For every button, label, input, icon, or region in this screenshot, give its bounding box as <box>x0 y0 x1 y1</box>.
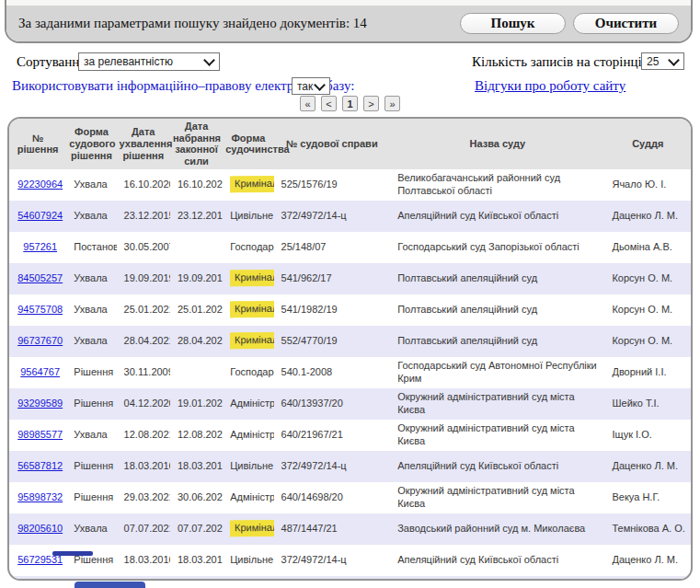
decision-link[interactable]: 98205610 <box>17 523 63 534</box>
decision-form-cell: Ухвала <box>66 201 116 232</box>
pagination-page-1[interactable]: 1 <box>342 96 358 111</box>
highlight-marker: Кримінальне <box>230 270 273 287</box>
decision-link[interactable]: 94575708 <box>17 304 63 315</box>
proceeding-form-cell: Кримінальне <box>223 576 273 581</box>
search-button[interactable]: Пошук <box>460 13 566 34</box>
results-table: № рішенняФорма судового рішенняДата ухва… <box>9 119 691 581</box>
decision-link[interactable]: 98985577 <box>17 429 63 440</box>
action-buttons: Пошук Очистити <box>460 13 679 34</box>
proceeding-form-cell: Адміністративне <box>223 420 273 451</box>
proceeding-form-cell: Адміністративне <box>223 482 273 513</box>
decision-link[interactable]: 92230964 <box>17 179 63 190</box>
case-number-cell: 487/1447/21 <box>274 513 391 545</box>
date-adopted-cell: 28.04.2021 <box>117 326 170 357</box>
column-header: Назва суду <box>390 119 604 169</box>
page-size-label: Кількість записів на сторінці: <box>472 54 646 70</box>
proceeding-form-cell: Господарське <box>223 357 273 388</box>
court-name-cell: Окружний адміністративний суд міста Києв… <box>390 420 604 451</box>
case-number-cell: 25/148/07 <box>274 232 391 263</box>
judge-cell: Даценко Л. М. <box>604 201 691 232</box>
judge-cell: Юрдига Ольга Степанівна <box>604 576 691 581</box>
case-number-cell: 525/1576/19 <box>274 169 391 201</box>
decision-form-cell: Ухвала <box>66 169 116 201</box>
table-row: 84505257Ухвала19.09.201919.09.2019Кримін… <box>9 263 691 294</box>
decision-number-cell: 9564767 <box>9 357 66 388</box>
date-effective-cell: 07.07.2021 <box>170 513 223 545</box>
chevron-down-icon <box>203 54 215 66</box>
court-name-cell: Київський апеляційний суд <box>390 576 604 581</box>
proceeding-form-cell: Господарське <box>223 232 273 263</box>
judge-cell: Шейко Т.І. <box>604 388 691 420</box>
legal-base-select[interactable]: так <box>292 77 330 95</box>
case-number-cell: 372/4972/14-ц <box>274 201 391 232</box>
table-row: 54607924Ухвала23.12.201523.12.2015Цивіль… <box>9 201 691 232</box>
column-header: Форма судочинства <box>223 119 273 169</box>
proceeding-form-cell: Кримінальне <box>223 263 273 294</box>
table-row: 957261Постанова30.05.2007Господарське25/… <box>9 232 691 263</box>
date-effective-cell <box>170 232 223 263</box>
case-number-cell: 541/962/17 <box>274 263 391 294</box>
highlight-marker: Кримінальне <box>230 301 273 318</box>
pagination: « < 1 > » <box>0 96 700 111</box>
court-name-cell: Полтавський апеляційний суд <box>390 263 604 294</box>
decision-form-cell: Ухвала <box>66 263 116 294</box>
highlight-marker: Кримінальне <box>230 176 273 193</box>
date-adopted-cell: 29.03.2021 <box>117 482 170 513</box>
judge-cell: Корсун О. М. <box>604 294 691 326</box>
table-header-row: № рішенняФорма судового рішенняДата ухва… <box>9 119 691 169</box>
case-number-cell: 541/1982/19 <box>274 294 391 326</box>
pagination-first-button[interactable]: « <box>300 96 316 111</box>
decision-number-cell: 81950013 <box>9 576 66 581</box>
decision-link[interactable]: 54607924 <box>17 210 63 221</box>
date-effective-cell: 15.05.2019 <box>170 576 223 581</box>
date-effective-cell: 19.01.2021 <box>170 388 223 420</box>
decision-link[interactable]: 96737670 <box>17 335 63 346</box>
date-adopted-cell: 18.03.2016 <box>117 545 170 576</box>
page-size-select[interactable]: 25 <box>641 52 684 70</box>
court-name-cell: Апеляційний суд Київської області <box>390 545 604 576</box>
proceeding-form-cell: Цивільне <box>223 451 273 482</box>
table-row: 56729531Рішення18.03.201618.03.2016Цивіл… <box>9 545 691 576</box>
feedback-link[interactable]: Відгуки про роботу сайту <box>475 78 625 94</box>
column-header: Суддя <box>604 119 691 169</box>
table-row: 94575708Ухвала25.01.202125.01.2021Кримін… <box>9 294 691 326</box>
decision-link[interactable]: 84505257 <box>17 272 63 283</box>
decision-link[interactable]: 95898732 <box>17 491 63 502</box>
pagination-next-button[interactable]: > <box>363 96 379 111</box>
results-bar: За заданими параметрами пошуку знайдено … <box>6 6 691 41</box>
decision-link[interactable]: 9564767 <box>20 366 60 377</box>
column-header: № рішення <box>9 119 66 169</box>
chevron-down-icon <box>668 54 680 66</box>
court-name-cell: Полтавський апеляційний суд <box>390 326 604 357</box>
judge-cell: Даценко Л. М. <box>604 451 691 482</box>
proceeding-form-cell: Кримінальне <box>223 326 273 357</box>
judge-cell: Корсун О. М. <box>604 263 691 294</box>
date-effective-cell: 18.03.2016 <box>170 451 223 482</box>
decision-link[interactable]: 957261 <box>23 241 57 252</box>
court-name-cell: Окружний адміністративний суд міста Києв… <box>390 388 604 420</box>
judge-cell: Векуа Н.Г. <box>604 482 691 513</box>
date-adopted-cell: 04.12.2020 <box>117 388 170 420</box>
decision-number-cell: 98985577 <box>9 420 66 451</box>
chevron-down-icon <box>314 79 326 91</box>
case-number-cell: 640/21967/21 <box>274 420 391 451</box>
judge-cell: Темнікова А. О. <box>604 513 691 545</box>
pagination-last-button[interactable]: » <box>384 96 400 111</box>
decision-form-cell: Рішення <box>66 482 116 513</box>
decision-form-cell: Ухвала <box>66 420 116 451</box>
decision-form-cell: Ухвала <box>66 294 116 326</box>
table-row: 93299589Рішення04.12.202019.01.2021Адмін… <box>9 388 691 420</box>
pagination-prev-button[interactable]: < <box>321 96 337 111</box>
judge-cell: Іщук І.О. <box>604 420 691 451</box>
date-adopted-cell: 23.12.2015 <box>117 201 170 232</box>
decision-link[interactable]: 56587812 <box>17 460 63 471</box>
proceeding-form-cell: Кримінальне <box>223 294 273 326</box>
decision-link[interactable]: 93299589 <box>17 398 63 409</box>
column-header: Форма судового рішення <box>66 119 116 169</box>
clear-button[interactable]: Очистити <box>573 13 679 34</box>
court-name-cell: Господарський суд Запорізької області <box>390 232 604 263</box>
sort-select[interactable]: за релевантністю <box>78 52 220 71</box>
court-name-cell: Заводський районний суд м. Миколаєва <box>390 513 604 545</box>
decision-number-cell: 84505257 <box>9 263 66 294</box>
judge-cell: Даценко Л. М. <box>604 545 691 576</box>
